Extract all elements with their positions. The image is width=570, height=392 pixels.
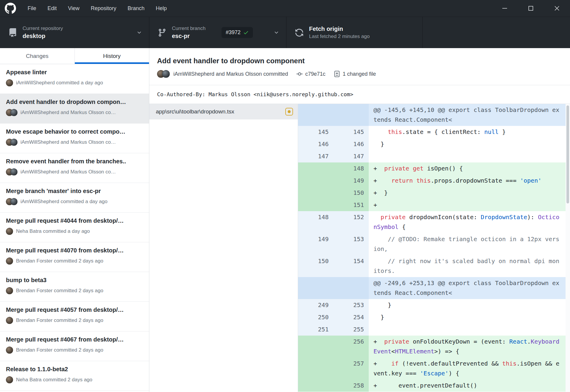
avatar	[6, 79, 13, 86]
diff-line-row: 258+ event.preventDefault()	[298, 380, 570, 392]
commit-title: Merge pull request #4067 from desktop/…	[6, 336, 143, 343]
menu-branch[interactable]: Branch	[122, 0, 150, 17]
diff-gutter-old	[298, 358, 333, 380]
minimize-button[interactable]	[492, 0, 518, 17]
commit-title: Remove event handler from the branches..	[6, 158, 143, 165]
diff-code-line	[369, 150, 570, 162]
file-list-item[interactable]: app\src\ui\toolbar\dropdown.tsx	[149, 104, 298, 119]
diff-gutter-new	[333, 277, 369, 299]
commit-list-item[interactable]: bump to beta3Brendan Forster committed 2…	[0, 272, 149, 302]
sidebar: Changes History Appease linteriAmWillShe…	[0, 48, 149, 392]
commit-meta: iAmWillShepherd and Markus Olsson co…	[6, 139, 143, 146]
tab-history-label: History	[103, 53, 121, 59]
pr-number: #3972	[226, 29, 240, 36]
diff-code-line: }	[369, 138, 570, 150]
commit-meta-text: iAmWillShepherd and Markus Olsson co…	[20, 139, 116, 145]
committer-avatars	[6, 228, 13, 235]
commit-title: Release to 1.1.0-beta2	[6, 366, 143, 373]
avatar	[10, 168, 18, 176]
diff-line-row: 256+ private onFoldoutKeyDown = (event: …	[298, 336, 570, 358]
menu-file[interactable]: File	[22, 0, 42, 17]
git-commit-icon	[296, 71, 303, 77]
menu-view[interactable]: View	[62, 0, 85, 17]
commit-list-item[interactable]: Appease linteriAmWillShepherd committed …	[0, 64, 149, 94]
diff-line-row: 149+ return this.props.dropdownState ===…	[298, 175, 570, 187]
repo-icon	[8, 28, 17, 37]
committer-avatars	[6, 198, 18, 205]
committers-text: iAmWillShepherd and Markus Olsson commit…	[173, 71, 288, 77]
diff-code-line: @@ -145,6 +145,10 @@ export class Toolba…	[369, 104, 570, 126]
file-list: app\src\ui\toolbar\dropdown.tsx	[149, 104, 298, 392]
commit-title: Add event handler to dropdown compon…	[6, 99, 143, 105]
fetch-subtitle: Last fetched 2 minutes ago	[309, 34, 370, 39]
close-icon	[554, 5, 560, 11]
commit-meta: Brendan Forster committed 2 days ago	[6, 347, 143, 354]
diff-code-line: + private get isOpen() {	[369, 162, 570, 175]
avatar	[6, 257, 13, 265]
diff-gutter-old: 250	[298, 311, 333, 323]
commit-list-item[interactable]: Merge branch 'master' into esc-priAmWill…	[0, 183, 149, 213]
diff-scrollbar[interactable]	[566, 104, 570, 392]
diff-gutter-old	[298, 336, 333, 358]
modified-dot-icon	[285, 108, 293, 116]
diff-code-line: + event.preventDefault()	[369, 380, 570, 392]
commit-list-item[interactable]: Merge pull request #4067 from desktop/…B…	[0, 331, 149, 361]
sync-icon	[295, 28, 304, 37]
commit-meta: Neha Batra committed 2 days ago	[6, 376, 143, 383]
toolbar: Current repository desktop Current branc…	[0, 17, 570, 48]
scrollbar-thumb[interactable]	[566, 105, 569, 203]
diff-line-row: 150154 // right now it's scaled badly on…	[298, 255, 570, 277]
commit-meta-text: Brendan Forster committed 2 days ago	[16, 317, 103, 323]
pr-status-badge: #3972	[221, 27, 253, 38]
tab-changes[interactable]: Changes	[0, 48, 75, 64]
repository-dropdown[interactable]: Current repository desktop	[0, 17, 149, 48]
avatar	[10, 109, 18, 116]
diff-line-row: 250254 }	[298, 311, 570, 323]
diff-gutter-old: 149	[298, 233, 333, 255]
close-button[interactable]	[544, 0, 570, 17]
diff-gutter-new: 147	[333, 150, 369, 162]
github-logo-icon	[5, 3, 16, 14]
diff-body: @@ -145,6 +145,10 @@ export class Toolba…	[298, 104, 570, 392]
diff-gutter-new: 254	[333, 311, 369, 323]
diff-code-line: }	[369, 311, 570, 323]
diff-line-row: 146146 }	[298, 138, 570, 150]
commit-meta-text: iAmWillShepherd committed a day ago	[16, 80, 103, 86]
commit-list-item[interactable]: Add event handler to dropdown compon…iAm…	[0, 94, 149, 124]
diff-gutter-old	[298, 162, 333, 175]
branch-dropdown[interactable]: Current branch esc-pr #3972	[149, 17, 286, 48]
diff-gutter-new: 148	[333, 162, 369, 175]
diff-gutter-new: 258	[333, 380, 369, 392]
commit-description: Co-Authored-By: Markus Olsson <niik@user…	[149, 85, 570, 104]
commit-list-item[interactable]: Merge pull request #4044 from desktop/…N…	[0, 213, 149, 242]
commit-meta: Brendan Forster committed 2 days ago	[6, 287, 143, 294]
diff-gutter-new: 256	[333, 336, 369, 358]
commit-detail: Add event handler to dropdown component …	[149, 48, 570, 392]
commit-list-item[interactable]: Remove event handler from the branches..…	[0, 153, 149, 183]
menu-edit[interactable]: Edit	[42, 0, 62, 17]
commit-list-item[interactable]: Merge pull request #4070 from desktop/…B…	[0, 242, 149, 272]
diff-line-row: 147147	[298, 150, 570, 162]
diff-line-row: 151+	[298, 199, 570, 211]
commit-title: Appease linter	[6, 69, 143, 76]
diff-code-line	[369, 323, 570, 336]
commit-list-item[interactable]: Release to 1.1.0-beta2Neha Batra committ…	[0, 361, 149, 391]
tab-history[interactable]: History	[75, 48, 149, 64]
commit-title: Merge pull request #4044 from desktop/…	[6, 217, 143, 224]
maximize-button[interactable]	[518, 0, 544, 17]
diff-code-line: +	[369, 199, 570, 211]
commit-list-item[interactable]: Merge pull request #4057 from desktop/…B…	[0, 302, 149, 331]
menu-help[interactable]: Help	[150, 0, 172, 17]
diff-line-row: 257+ if (!event.defaultPrevented && this…	[298, 358, 570, 380]
committer-avatars	[6, 347, 13, 354]
file-path: app\src\ui\toolbar\dropdown.tsx	[156, 108, 282, 115]
fetch-origin-button[interactable]: Fetch origin Last fetched 2 minutes ago	[286, 17, 423, 48]
fetch-title: Fetch origin	[309, 26, 370, 32]
maximize-icon	[528, 5, 534, 11]
avatar	[6, 287, 13, 294]
diff-line-row: 148152 private dropdownIcon(state: Dropd…	[298, 211, 570, 233]
diff-gutter-old: 146	[298, 138, 333, 150]
menu-repository[interactable]: Repository	[85, 0, 122, 17]
commit-list-item[interactable]: Move escape behavior to correct compo…iA…	[0, 124, 149, 153]
commit-title: Move escape behavior to correct compo…	[6, 128, 143, 135]
